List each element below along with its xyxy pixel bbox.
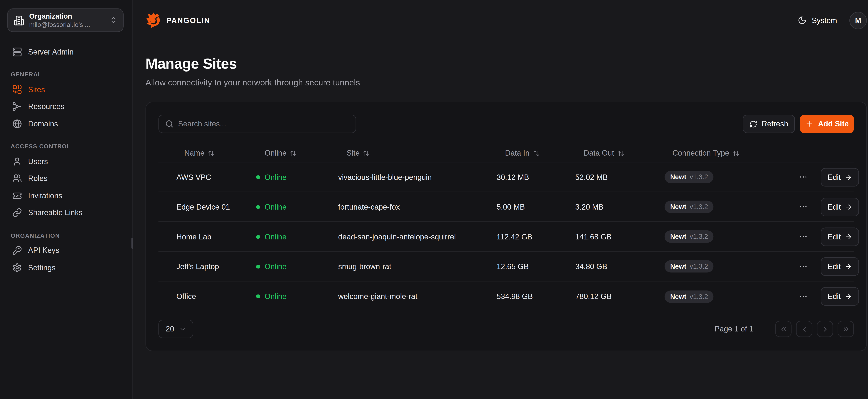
sort-icon [733, 150, 739, 156]
table-row: AWS VPC Online vivacious-little-blue-pen… [158, 162, 854, 192]
connection-badge: Newtv1.3.2 [664, 231, 714, 243]
main-area: PANGOLIN System M Manage Sites Allow con… [133, 0, 868, 399]
row-menu-button[interactable] [799, 232, 808, 241]
page-size-select[interactable]: 20 [158, 320, 193, 338]
refresh-button[interactable]: Refresh [743, 115, 795, 133]
data-out-cell: 34.80 GB [571, 262, 660, 271]
site-id-cell: smug-brown-rat [334, 262, 492, 271]
section-label-general: GENERAL [10, 71, 121, 78]
status-badge: Online [256, 232, 334, 241]
sort-icon [533, 150, 539, 156]
column-header-data-out[interactable]: Data Out [571, 149, 660, 157]
data-out-cell: 141.68 GB [571, 232, 660, 241]
theme-toggle[interactable]: System [798, 16, 837, 25]
combine-icon [12, 85, 22, 94]
org-switcher[interactable]: Organization milo@fossorial.io's ... [7, 8, 124, 32]
site-id-cell: fortunate-cape-fox [334, 203, 492, 211]
sidebar-item-resources[interactable]: Resources [9, 99, 123, 115]
sort-icon [290, 150, 297, 156]
edit-button[interactable]: Edit [821, 197, 859, 216]
data-in-cell: 30.12 MB [492, 173, 571, 181]
sidebar-item-settings[interactable]: Settings [9, 259, 123, 275]
sort-icon [363, 150, 370, 156]
online-dot [256, 295, 260, 299]
first-page-button[interactable] [775, 321, 792, 337]
connection-type-cell: Newtv1.3.2 [660, 260, 799, 272]
sites-table: Name Online Site Data In [158, 145, 854, 311]
last-page-button[interactable] [838, 321, 854, 337]
sidebar-item-shareable-links[interactable]: Shareable Links [9, 205, 123, 221]
online-dot [256, 235, 260, 239]
sidebar-item-label: Sites [28, 85, 45, 94]
sidebar-item-server-admin[interactable]: Server Admin [9, 44, 123, 60]
sidebar-item-label: Users [28, 157, 48, 165]
sidebar-item-label: API Keys [28, 246, 59, 254]
sidebar-item-users[interactable]: Users [9, 153, 123, 169]
edit-button[interactable]: Edit [821, 257, 859, 276]
arrow-right-icon [845, 203, 852, 210]
moon-icon [798, 16, 807, 25]
row-menu-button[interactable] [799, 202, 808, 211]
sidebar: Organization milo@fossorial.io's ... Ser… [0, 0, 133, 399]
brand-logo[interactable]: PANGOLIN [146, 12, 210, 29]
building-icon [13, 15, 24, 26]
data-in-cell: 534.98 GB [492, 292, 571, 301]
sidebar-item-api-keys[interactable]: API Keys [9, 242, 123, 258]
sidebar-item-invitations[interactable]: Invitations [9, 188, 123, 204]
sidebar-nav: Server Admin GENERAL Sites Resources Dom [7, 44, 125, 275]
next-page-button[interactable] [817, 321, 833, 337]
prev-page-button[interactable] [796, 321, 812, 337]
pagination-bar: 20 Page 1 of 1 [158, 320, 854, 338]
table-row: Home Lab Online dead-san-joaquin-antelop… [158, 222, 854, 252]
edit-button[interactable]: Edit [821, 227, 859, 246]
link-icon [12, 208, 22, 217]
row-menu-button[interactable] [799, 292, 808, 301]
site-id-cell: vivacious-little-blue-penguin [334, 173, 492, 181]
sidebar-item-domains[interactable]: Domains [9, 116, 123, 132]
chevron-left-icon [800, 325, 808, 333]
column-header-data-in[interactable]: Data In [492, 149, 571, 157]
avatar[interactable]: M [849, 11, 867, 29]
refresh-icon [749, 120, 757, 128]
add-site-button[interactable]: Add Site [800, 115, 854, 133]
server-icon [12, 47, 22, 56]
chevrons-up-down-icon [110, 16, 117, 24]
avatar-initial: M [855, 16, 861, 25]
sidebar-item-roles[interactable]: Roles [9, 171, 123, 186]
refresh-label: Refresh [762, 120, 788, 128]
arrow-right-icon [845, 233, 852, 240]
column-header-online[interactable]: Online [256, 149, 334, 157]
edit-button[interactable]: Edit [821, 287, 859, 306]
data-in-cell: 112.42 GB [492, 232, 571, 241]
connection-badge: Newtv1.3.2 [664, 290, 714, 303]
connection-type-cell: Newtv1.3.2 [660, 171, 799, 183]
data-in-cell: 12.65 GB [492, 262, 571, 271]
column-header-connection-type[interactable]: Connection Type [660, 149, 799, 157]
theme-label: System [812, 16, 837, 25]
sidebar-item-label: Shareable Links [28, 209, 83, 217]
org-value: milo@fossorial.io's ... [29, 21, 104, 28]
chevrons-right-icon [842, 325, 849, 333]
table-row: Office Online welcome-giant-mole-rat 534… [158, 281, 854, 311]
page-title: Manage Sites [146, 55, 867, 72]
site-id-cell: dead-san-joaquin-antelope-squirrel [334, 232, 492, 241]
search-input[interactable] [178, 120, 349, 128]
connection-type-cell: Newtv1.3.2 [660, 231, 799, 243]
row-menu-button[interactable] [799, 173, 808, 181]
edit-button[interactable]: Edit [821, 168, 859, 186]
user-icon [12, 156, 22, 166]
sidebar-item-label: Settings [28, 263, 56, 272]
sidebar-item-label: Domains [28, 119, 58, 128]
column-header-name[interactable]: Name [158, 149, 256, 157]
sites-toolbar: Refresh Add Site [158, 115, 854, 133]
status-badge: Online [256, 203, 334, 211]
row-menu-button[interactable] [799, 262, 808, 271]
section-label-access-control: ACCESS CONTROL [10, 143, 121, 150]
sidebar-item-sites[interactable]: Sites [9, 82, 123, 97]
data-out-cell: 52.02 MB [571, 173, 660, 181]
column-header-site[interactable]: Site [334, 149, 492, 157]
site-name-cell: Edge Device 01 [158, 203, 256, 211]
page-subtitle: Allow connectivity to your network throu… [146, 78, 867, 87]
site-name-cell: Home Lab [158, 232, 256, 241]
sidebar-resize-handle[interactable] [131, 238, 133, 249]
